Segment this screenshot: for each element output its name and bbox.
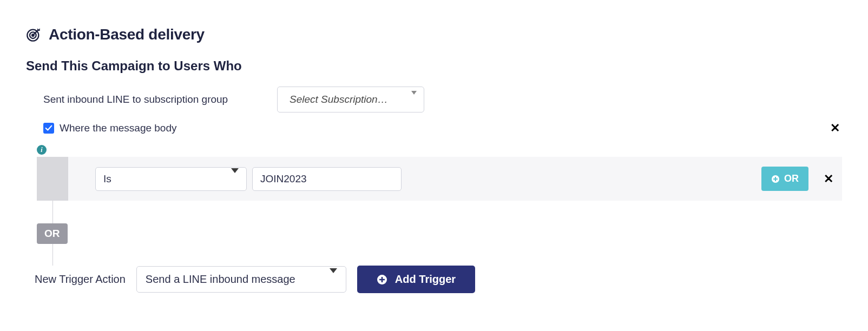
chevron-down-icon	[411, 95, 417, 104]
plus-circle-icon	[771, 175, 780, 183]
new-trigger-select-value: Send a LINE inbound message	[146, 273, 295, 286]
new-trigger-row: New Trigger Action Send a LINE inbound m…	[35, 266, 842, 293]
add-trigger-button[interactable]: Add Trigger	[357, 266, 475, 293]
target-icon	[26, 27, 41, 42]
condition-container: Is OR ✕	[37, 157, 842, 201]
message-body-checkbox[interactable]	[43, 123, 54, 134]
chevron-down-icon	[330, 273, 337, 286]
remove-condition-icon[interactable]: ✕	[824, 172, 833, 186]
plus-circle-icon	[377, 274, 387, 285]
or-pill-label: OR	[784, 173, 799, 184]
new-trigger-select[interactable]: Send a LINE inbound message	[136, 266, 346, 293]
operator-select[interactable]: Is	[95, 167, 247, 191]
page-title: Action-Based delivery	[49, 26, 205, 43]
add-or-condition-button[interactable]: OR	[761, 167, 808, 191]
or-badge: OR	[37, 223, 68, 244]
subscription-select[interactable]: Select Subscription…	[277, 87, 424, 112]
message-body-filter-row: Where the message body ✕	[26, 122, 842, 134]
chevron-down-icon	[231, 173, 239, 185]
new-trigger-label: New Trigger Action	[35, 273, 126, 286]
section-heading: Send This Campaign to Users Who	[26, 58, 842, 74]
add-trigger-label: Add Trigger	[395, 273, 456, 286]
subscription-label: Sent inbound LINE to subscription group	[43, 94, 277, 105]
or-connector: OR	[37, 201, 842, 266]
remove-trigger-icon[interactable]: ✕	[830, 121, 840, 135]
condition-value-input[interactable]	[252, 167, 402, 191]
info-icon[interactable]: i	[37, 145, 47, 155]
message-body-label: Where the message body	[60, 122, 177, 134]
operator-value: Is	[103, 173, 111, 185]
subscription-select-value: Select Subscription…	[290, 94, 388, 105]
page-title-row: Action-Based delivery	[26, 26, 842, 43]
condition-bar: Is OR ✕	[68, 157, 842, 201]
or-group-strip	[37, 157, 68, 201]
trigger-row-subscription: Sent inbound LINE to subscription group …	[26, 87, 842, 112]
